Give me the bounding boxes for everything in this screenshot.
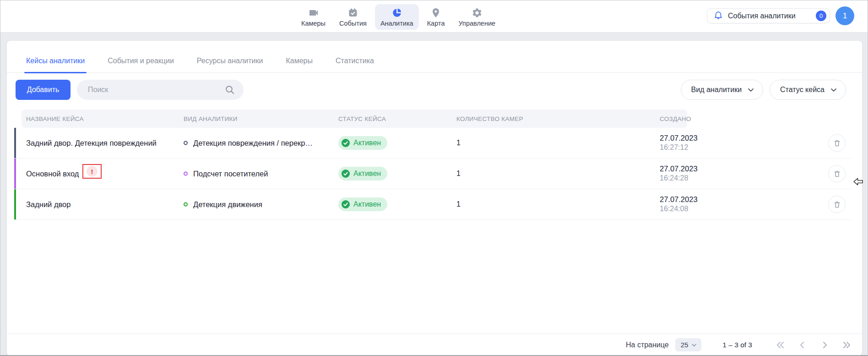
tabs-bar: Кейсы аналитики События и реакции Ресурс… (7, 41, 862, 73)
video-camera-icon (308, 7, 319, 18)
nav-item-analytics[interactable]: Аналитика (375, 4, 419, 30)
annotation-highlight-box: ! (82, 164, 102, 179)
user-avatar[interactable]: 1 (835, 6, 854, 25)
case-name: Задний двор (26, 200, 71, 209)
top-navigation-bar: Камеры События Аналитика Карта (0, 0, 868, 33)
row-accent-bar (14, 189, 16, 219)
camera-count: 1 (456, 200, 461, 208)
analytics-type-icon (184, 203, 188, 207)
row-accent-bar (14, 159, 16, 189)
first-page-button[interactable] (775, 340, 786, 351)
error-exclamation-icon: ! (87, 166, 98, 177)
column-header-case-status: СТАТУС КЕЙСА (338, 110, 386, 128)
status-badge: Активен (338, 167, 387, 181)
tab-statistics[interactable]: Статистика (336, 57, 374, 72)
prev-page-button[interactable] (797, 340, 808, 351)
case-status: Активен (338, 136, 387, 150)
case-status: Активен (338, 197, 387, 211)
table-row[interactable]: Задний двор Детекция движения Активен 1 … (14, 189, 851, 220)
analytics-type: Детекция повреждения / перекр… (184, 139, 313, 148)
pie-chart-icon (391, 7, 402, 18)
chevron-down-icon (690, 341, 698, 349)
double-chevron-right-icon (841, 340, 852, 351)
chevron-left-icon (797, 340, 808, 351)
filter-case-status[interactable]: Статус кейса (770, 80, 846, 100)
per-page-label: На странице (626, 341, 669, 349)
filters: Вид аналитики Статус кейса (681, 80, 846, 100)
map-pin-icon (430, 7, 441, 18)
column-header-camera-count: КОЛИЧЕСТВО КАМЕР (456, 110, 523, 128)
pagination-bar: На странице 25 1 – 3 of 3 (7, 334, 862, 356)
search-icon[interactable] (224, 84, 235, 95)
analytics-type: Подсчет посетителей (184, 170, 268, 178)
next-page-button[interactable] (819, 340, 830, 351)
status-badge: Активен (338, 136, 387, 150)
nav-item-cameras[interactable]: Камеры (296, 4, 331, 30)
trash-icon (833, 200, 841, 209)
analytics-type: Детекция движения (184, 200, 262, 209)
analytics-type-icon (184, 141, 188, 145)
check-circle-icon (342, 170, 350, 178)
check-circle-icon (342, 139, 350, 147)
created-at: 27.07.2023 16:24:28 (660, 164, 698, 183)
nav-item-management[interactable]: Управление (453, 4, 501, 30)
tab-analytics-resources[interactable]: Ресурсы аналитики (197, 57, 263, 72)
app-window: Камеры События Аналитика Карта (0, 0, 868, 356)
nav-label: Карта (427, 20, 445, 27)
delete-case-button[interactable] (828, 134, 846, 152)
created-at: 27.07.2023 16:24:08 (660, 195, 698, 214)
nav-label: Аналитика (380, 20, 413, 27)
table-row[interactable]: Задний двор. Детекция повреждений Детекц… (14, 128, 851, 159)
table-body: Задний двор. Детекция повреждений Детекц… (14, 128, 851, 220)
analytics-cases-panel: Кейсы аналитики События и реакции Ресурс… (7, 41, 862, 356)
nav-item-map[interactable]: Карта (422, 4, 450, 30)
pagination-range: 1 – 3 of 3 (722, 341, 752, 349)
filter-analytics-type[interactable]: Вид аналитики (681, 80, 764, 100)
camera-count: 1 (456, 139, 461, 147)
search-input[interactable] (77, 80, 244, 100)
search-field (77, 80, 244, 100)
events-button-label: События аналитики (728, 12, 796, 20)
main-nav: Камеры События Аналитика Карта (296, 3, 501, 31)
trash-icon (833, 139, 841, 148)
column-header-analytics-type: ВИД АНАЛИТИКИ (184, 110, 238, 128)
nav-label: Управление (458, 20, 495, 27)
tab-events-reactions[interactable]: События и реакции (108, 57, 174, 72)
chevron-right-icon (819, 340, 830, 351)
chevron-down-icon (746, 85, 755, 94)
case-name: Задний двор. Детекция повреждений (26, 139, 157, 148)
table-row[interactable]: Основной вход Подсчет посетителей Активе… (14, 159, 851, 189)
pager-controls (775, 340, 852, 351)
table-header: НАЗВАНИЕ КЕЙСА ВИД АНАЛИТИКИ СТАТУС КЕЙС… (22, 110, 687, 128)
add-case-button[interactable]: Добавить (16, 80, 71, 100)
filter-label: Статус кейса (780, 86, 825, 94)
events-count-badge: 0 (816, 11, 826, 21)
nav-label: События (339, 20, 367, 27)
analytics-events-button[interactable]: События аналитики 0 (707, 8, 830, 23)
column-header-case-name: НАЗВАНИЕ КЕЙСА (26, 110, 84, 128)
case-name: Основной вход (26, 170, 79, 178)
nav-label: Камеры (301, 20, 326, 27)
tab-cameras[interactable]: Камеры (286, 57, 313, 72)
chevron-down-icon (829, 85, 838, 94)
analytics-type-icon (184, 172, 188, 176)
column-header-created: СОЗДАНО (660, 110, 691, 128)
check-circle-icon (342, 200, 350, 208)
bell-icon (713, 10, 723, 22)
per-page-select[interactable]: 25 (675, 338, 702, 351)
delete-case-button[interactable] (828, 196, 846, 213)
filter-label: Вид аналитики (691, 86, 742, 94)
trash-icon (833, 170, 841, 178)
row-accent-bar (14, 128, 16, 158)
events-icon (347, 7, 358, 18)
last-page-button[interactable] (841, 340, 852, 351)
nav-item-events[interactable]: События (334, 4, 372, 30)
delete-case-button[interactable] (828, 165, 846, 182)
double-chevron-left-icon (775, 340, 786, 351)
status-badge: Активен (338, 197, 387, 211)
toolbar: Добавить Вид аналитики Статус кейса (16, 80, 846, 100)
camera-count: 1 (456, 170, 461, 178)
avatar-label: 1 (843, 11, 847, 20)
gear-icon (472, 7, 483, 18)
tab-analytics-cases[interactable]: Кейсы аналитики (26, 57, 85, 72)
